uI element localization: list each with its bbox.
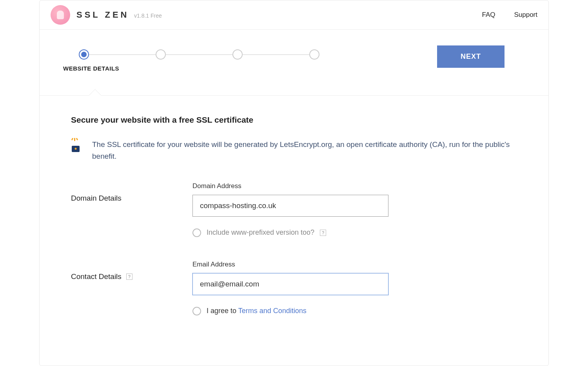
domain-details-label: Domain Details (71, 194, 122, 203)
agree-prefix: I agree to (207, 307, 238, 315)
version-label: v1.8.1 Free (134, 13, 162, 19)
progress-section: WEBSITE DETAILS NEXT (40, 30, 548, 76)
www-checkbox-label: Include www-prefixed version too? (207, 228, 314, 237)
terms-checkbox[interactable] (192, 307, 201, 315)
brand-wrap: SSL ZEN v1.8.1 Free (76, 10, 162, 20)
header-nav: FAQ Support (482, 11, 537, 19)
brand-name: SSL ZEN (76, 10, 129, 20)
terms-link[interactable]: Terms and Conditions (238, 307, 307, 315)
step-3-circle (232, 49, 243, 60)
www-checkbox-row: Include www-prefixed version too? ? (192, 228, 388, 237)
step-3 (232, 49, 243, 60)
step-1: WEBSITE DETAILS (79, 49, 89, 60)
terms-text: I agree to Terms and Conditions (207, 307, 307, 315)
email-address-label: Email Address (192, 261, 388, 268)
help-icon[interactable]: ? (320, 230, 326, 236)
contact-details-label: Contact Details (71, 272, 122, 281)
content-panel: Secure your website with a free SSL cert… (40, 95, 548, 359)
contact-details-row: Contact Details ? Email Address I agree … (71, 261, 517, 315)
www-checkbox[interactable] (192, 228, 201, 237)
header-brand-area: SSL ZEN v1.8.1 Free (51, 5, 162, 25)
stepper: WEBSITE DETAILS (79, 49, 437, 60)
step-2-circle (156, 49, 166, 60)
support-link[interactable]: Support (514, 11, 537, 19)
email-address-input[interactable] (192, 273, 388, 295)
step-4 (309, 49, 319, 60)
step-2 (156, 49, 166, 60)
logo-icon (51, 5, 70, 25)
domain-address-input[interactable] (192, 195, 388, 217)
step-1-label: WEBSITE DETAILS (63, 65, 134, 72)
step-4-circle (309, 49, 319, 60)
domain-address-label: Domain Address (192, 182, 388, 190)
info-row: The SSL certificate for your website wil… (71, 139, 517, 163)
next-button[interactable]: NEXT (437, 45, 505, 68)
step-line (89, 54, 156, 55)
step-1-circle (79, 49, 89, 60)
help-icon[interactable]: ? (126, 274, 132, 280)
domain-details-row: Domain Details Domain Address Include ww… (71, 182, 517, 237)
terms-checkbox-row: I agree to Terms and Conditions (192, 307, 388, 315)
lock-icon (71, 140, 80, 152)
info-text: The SSL certificate for your website wil… (92, 139, 517, 163)
header: SSL ZEN v1.8.1 Free FAQ Support (40, 0, 548, 30)
faq-link[interactable]: FAQ (482, 11, 495, 19)
panel-title: Secure your website with a free SSL cert… (71, 115, 517, 125)
step-line (166, 54, 232, 55)
step-line (243, 54, 309, 55)
